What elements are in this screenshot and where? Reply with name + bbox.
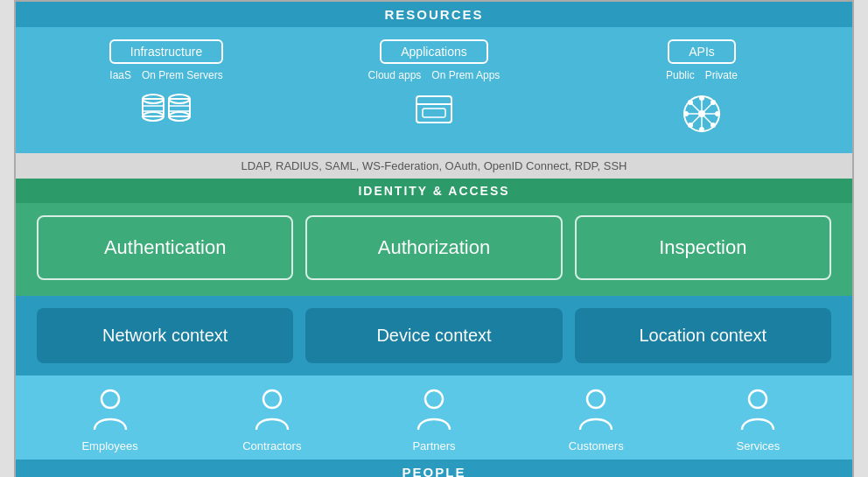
svg-point-23: [699, 95, 704, 101]
diagram-container: RESOURCES Infrastructure IaaS On Prem Se…: [14, 0, 854, 477]
svg-point-31: [102, 390, 119, 408]
person-svg-partners: [415, 388, 453, 431]
apis-sublabels: Public Private: [666, 69, 738, 81]
infrastructure-sublabels: IaaS On Prem Servers: [109, 69, 222, 81]
infrastructure-sub-0: IaaS: [109, 69, 131, 81]
resources-section: RESOURCES Infrastructure IaaS On Prem Se…: [16, 2, 852, 153]
person-customers: Customers: [520, 388, 673, 452]
svg-rect-10: [416, 96, 452, 123]
person-contractors: Contractors: [195, 388, 348, 452]
person-svg-employees: [91, 388, 130, 431]
person-services: Services: [682, 388, 835, 452]
app-icon: [412, 92, 456, 130]
db-svg: [140, 92, 192, 127]
svg-point-35: [749, 390, 766, 408]
resource-applications: Applications Cloud apps On Prem Apps: [304, 39, 564, 130]
people-title: PEOPLE: [16, 459, 852, 477]
svg-point-30: [688, 123, 693, 128]
partners-label: Partners: [412, 439, 455, 452]
svg-point-25: [683, 111, 689, 116]
person-icon-employees: [91, 388, 130, 434]
identity-title: IDENTITY & ACCESS: [16, 179, 852, 203]
resource-infrastructure: Infrastructure IaaS On Prem Servers: [37, 39, 296, 127]
svg-point-34: [587, 390, 605, 408]
person-icon-services: [738, 388, 777, 434]
svg-point-29: [710, 100, 716, 105]
api-svg: [680, 92, 724, 136]
apis-sub-1: Private: [705, 69, 738, 81]
person-icon-customers: [577, 388, 615, 434]
app-svg: [412, 92, 456, 127]
applications-sublabels: Cloud apps On Prem Apps: [368, 69, 500, 81]
svg-point-28: [710, 123, 716, 128]
person-partners: Partners: [357, 388, 510, 452]
infrastructure-label: Infrastructure: [109, 39, 223, 64]
person-icon-contractors: [253, 388, 291, 434]
person-icon-partners: [415, 388, 453, 434]
employees-label: Employees: [81, 439, 137, 452]
services-label: Services: [736, 439, 780, 452]
identity-content: Authentication Authorization Inspection: [16, 203, 852, 296]
resource-apis: APIs Public Private: [572, 39, 831, 139]
protocol-strip: LDAP, RADIUS, SAML, WS-Federation, OAuth…: [16, 153, 852, 179]
svg-point-32: [263, 390, 281, 408]
inspection-box: Inspection: [575, 215, 831, 280]
contractors-label: Contractors: [242, 439, 301, 452]
person-svg-services: [738, 388, 777, 431]
apis-label: APIs: [668, 39, 736, 64]
location-context-box: Location context: [575, 308, 831, 363]
applications-label: Applications: [380, 39, 488, 64]
authentication-box: Authentication: [37, 215, 293, 280]
svg-point-27: [688, 100, 693, 105]
infrastructure-sub-1: On Prem Servers: [142, 69, 223, 81]
resources-content: Infrastructure IaaS On Prem Servers: [16, 27, 852, 153]
authorization-box: Authorization: [305, 215, 562, 280]
api-icon: [680, 92, 724, 139]
svg-point-33: [425, 390, 443, 408]
people-section: Employees Contractors: [16, 375, 852, 477]
device-context-box: Device context: [305, 308, 562, 363]
svg-point-24: [699, 127, 704, 132]
svg-point-26: [715, 111, 720, 116]
applications-sub-0: Cloud apps: [368, 69, 422, 81]
network-context-box: Network context: [37, 308, 293, 363]
customers-label: Customers: [569, 439, 624, 452]
context-section: Network context Device context Location …: [16, 296, 852, 375]
identity-section: IDENTITY & ACCESS Authentication Authori…: [16, 179, 852, 296]
apis-sub-0: Public: [666, 69, 695, 81]
people-content: Employees Contractors: [16, 375, 852, 459]
resources-title: RESOURCES: [16, 2, 852, 27]
svg-rect-12: [423, 109, 445, 117]
person-svg-customers: [577, 388, 615, 431]
person-svg-contractors: [253, 388, 291, 431]
database-icon: [140, 92, 192, 127]
person-employees: Employees: [33, 388, 186, 452]
applications-sub-1: On Prem Apps: [431, 69, 500, 81]
